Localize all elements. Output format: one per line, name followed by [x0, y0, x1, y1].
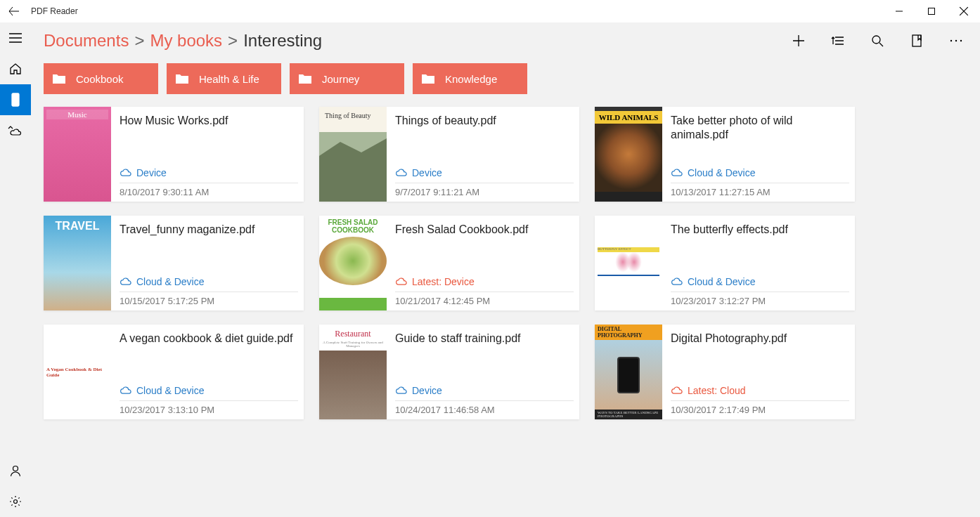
- cloud-icon: [671, 386, 683, 395]
- file-location: Latest: Cloud: [671, 385, 849, 396]
- file-title: Travel_funny maganize.pdf: [120, 223, 298, 237]
- file-date: 10/21/2017 4:12:45 PM: [395, 292, 574, 306]
- folder-cookbook[interactable]: Cookbook: [44, 63, 158, 94]
- folder-label: Journey: [322, 73, 359, 85]
- cloud-icon: [671, 277, 683, 287]
- bookmark-button[interactable]: [900, 27, 934, 55]
- file-thumbnail: TRAVEL: [44, 216, 111, 310]
- file-thumbnail: A Vegan Cookbook & Diet Guide: [44, 325, 111, 419]
- file-card[interactable]: RestaurantA Complete Staff Training for …: [319, 325, 579, 419]
- file-card[interactable]: FRESH SALAD COOKBOOK Fresh Salad Cookboo…: [319, 216, 579, 310]
- file-location: Cloud & Device: [671, 276, 849, 287]
- folder-label: Cookbook: [76, 73, 124, 85]
- file-date: 10/24/2017 11:46:58 AM: [395, 400, 574, 415]
- cloud-icon: [671, 168, 683, 178]
- breadcrumb-current: Interesting: [243, 31, 322, 51]
- home-icon[interactable]: [0, 53, 31, 84]
- svg-point-5: [872, 36, 880, 44]
- hamburger-button[interactable]: [0, 22, 31, 53]
- file-title: Things of beauty.pdf: [395, 114, 574, 128]
- svg-point-9: [960, 40, 962, 41]
- file-date: 10/30/2017 2:17:49 PM: [671, 400, 849, 415]
- file-date: 10/23/2017 3:13:10 PM: [120, 400, 298, 415]
- folder-icon: [421, 72, 435, 85]
- cloud-sync-icon[interactable]: [0, 115, 31, 146]
- file-date: 10/13/2017 11:27:15 AM: [671, 183, 849, 197]
- file-card[interactable]: A Vegan Cookbook & Diet Guide A vegan co…: [44, 325, 304, 419]
- file-title: Fresh Salad Cookbook.pdf: [395, 223, 574, 237]
- file-date: 9/7/2017 9:11:21 AM: [395, 183, 574, 197]
- close-button[interactable]: [948, 0, 980, 22]
- file-date: 10/15/2017 5:17:25 PM: [120, 292, 298, 306]
- file-location: Device: [120, 167, 298, 178]
- file-location: Device: [395, 385, 574, 396]
- file-card[interactable]: TRAVEL Travel_funny maganize.pdf Cloud &…: [44, 216, 304, 310]
- file-card[interactable]: DIGITAL PHOTOGRAPHYWAYS TO TAKE BETTER L…: [595, 325, 855, 419]
- cloud-icon: [120, 277, 132, 287]
- file-thumbnail: FRESH SALAD COOKBOOK: [319, 216, 387, 310]
- maximize-button[interactable]: [915, 0, 948, 22]
- file-title: A vegan cookbook & diet guide.pdf: [120, 332, 298, 346]
- breadcrumb: Documents > My books > Interesting: [44, 31, 322, 51]
- sidebar: [0, 22, 31, 517]
- folder-row: Cookbook Health & Life Journey Knowledge: [44, 63, 973, 94]
- svg-point-8: [955, 40, 957, 41]
- breadcrumb-documents[interactable]: Documents: [44, 31, 129, 51]
- folder-icon: [298, 72, 312, 85]
- file-thumbnail: Music: [44, 107, 111, 202]
- folder-icon: [175, 72, 189, 85]
- folder-label: Health & Life: [199, 73, 259, 85]
- device-icon[interactable]: [0, 84, 31, 115]
- cloud-icon: [395, 277, 408, 287]
- file-thumbnail: BUTTERFLY EFFECT: [595, 216, 662, 310]
- file-thumbnail: RestaurantA Complete Staff Training for …: [319, 325, 387, 419]
- file-location: Cloud & Device: [671, 167, 849, 178]
- folder-icon: [52, 72, 66, 85]
- breadcrumb-mybooks[interactable]: My books: [150, 31, 222, 51]
- add-button[interactable]: [782, 27, 815, 55]
- app-title: PDF Reader: [28, 6, 78, 16]
- folder-health[interactable]: Health & Life: [167, 63, 281, 94]
- file-date: 8/10/2017 9:30:11 AM: [120, 183, 298, 197]
- file-thumbnail: WILD ANIMALS: [595, 107, 662, 202]
- file-title: Digital Photography.pdf: [671, 332, 849, 346]
- cloud-icon: [395, 386, 408, 395]
- file-grid: Music How Music Works.pdf Device 8/10/20…: [44, 107, 973, 419]
- svg-rect-0: [929, 8, 935, 15]
- search-button[interactable]: [860, 27, 894, 55]
- file-location: Latest: Device: [395, 276, 574, 287]
- file-title: The butterfly effects.pdf: [671, 223, 849, 237]
- file-title: Guide to staff training.pdf: [395, 332, 574, 346]
- settings-icon[interactable]: [0, 486, 31, 517]
- folder-label: Knowledge: [445, 73, 497, 85]
- back-button[interactable]: [0, 0, 28, 22]
- file-thumbnail: [319, 107, 387, 202]
- file-location: Cloud & Device: [120, 385, 298, 396]
- svg-rect-6: [913, 35, 921, 46]
- svg-point-7: [950, 40, 952, 41]
- file-location: Device: [395, 167, 574, 178]
- file-thumbnail: DIGITAL PHOTOGRAPHYWAYS TO TAKE BETTER L…: [595, 325, 662, 419]
- sort-button[interactable]: [821, 27, 855, 55]
- file-card[interactable]: WILD ANIMALS Take better photo of wild a…: [595, 107, 855, 202]
- account-icon[interactable]: [0, 455, 31, 486]
- more-button[interactable]: [939, 27, 973, 55]
- file-card[interactable]: Things of beauty.pdf Device 9/7/2017 9:1…: [319, 107, 579, 202]
- cloud-icon: [395, 168, 408, 178]
- file-location: Cloud & Device: [120, 276, 298, 287]
- file-title: How Music Works.pdf: [120, 114, 298, 128]
- folder-journey[interactable]: Journey: [290, 63, 404, 94]
- folder-knowledge[interactable]: Knowledge: [413, 63, 527, 94]
- cloud-icon: [120, 386, 132, 395]
- svg-point-4: [14, 500, 18, 504]
- title-bar: PDF Reader: [0, 0, 980, 22]
- file-card[interactable]: BUTTERFLY EFFECT The butterfly effects.p…: [595, 216, 855, 310]
- minimize-button[interactable]: [883, 0, 915, 22]
- svg-point-3: [13, 466, 18, 471]
- cloud-icon: [120, 168, 132, 178]
- file-title: Take better photo of wild animals.pdf: [671, 114, 849, 142]
- file-card[interactable]: Music How Music Works.pdf Device 8/10/20…: [44, 107, 304, 202]
- file-date: 10/23/2017 3:12:27 PM: [671, 292, 849, 306]
